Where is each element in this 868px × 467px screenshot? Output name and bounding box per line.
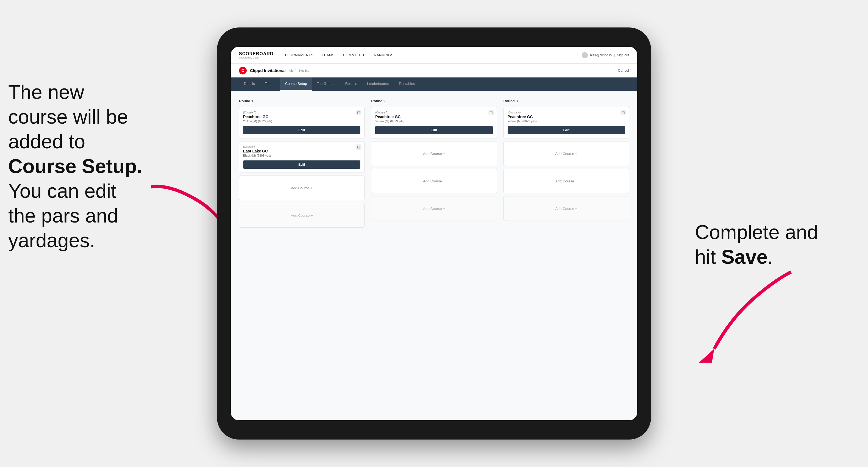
round1-course-a-name: Peachtree GC bbox=[243, 115, 361, 119]
round3-course-a-info: Yellow (M) (6629 yds) bbox=[507, 120, 625, 123]
logo-sub-text: Powered by clippd bbox=[239, 56, 274, 59]
round2-add-course-2[interactable]: Add Course + bbox=[371, 169, 497, 193]
round2-course-a-edit[interactable]: Edit bbox=[375, 126, 493, 134]
round1-add-course-2: Add Course + bbox=[239, 203, 365, 228]
tab-leaderboards[interactable]: Leaderboards bbox=[362, 77, 394, 91]
separator: | bbox=[614, 53, 615, 57]
round3-course-a-label: (Course A) bbox=[507, 111, 625, 114]
tournament-name: Clippd Invitational bbox=[250, 68, 286, 73]
round2-course-a-info: Yellow (M) (6629 yds) bbox=[375, 120, 493, 123]
round1-course-a: ⊟ (Course A) Peachtree GC Yellow (M) (66… bbox=[239, 107, 365, 138]
scoreboard-logo: SCOREBOARD Powered by clippd bbox=[239, 51, 274, 59]
round1-course-b-delete[interactable]: ⊟ bbox=[356, 144, 362, 150]
round2-add-course-2-text: Add Course + bbox=[423, 179, 445, 183]
round-3-column: Round 3 ⊟ (Course A) Peachtree GC Yellow… bbox=[503, 99, 629, 230]
round3-add-course-2[interactable]: Add Course + bbox=[503, 169, 629, 193]
tablet-screen: SCOREBOARD Powered by clippd TOURNAMENTS… bbox=[231, 47, 637, 420]
user-avatar bbox=[582, 52, 588, 58]
round-1-header: Round 1 bbox=[239, 99, 365, 103]
round1-course-b-edit[interactable]: Edit bbox=[243, 160, 361, 169]
logo-main-text: SCOREBOARD bbox=[239, 51, 274, 56]
round2-course-a-name: Peachtree GC bbox=[375, 115, 493, 119]
nav-tournaments[interactable]: TOURNAMENTS bbox=[285, 53, 314, 57]
tab-details[interactable]: Details bbox=[239, 77, 260, 91]
cancel-button[interactable]: Cancel bbox=[618, 68, 629, 72]
round1-course-b-name: East Lake GC bbox=[243, 149, 361, 153]
round1-add-course-2-text: Add Course + bbox=[291, 213, 313, 218]
round3-add-course-1-text: Add Course + bbox=[555, 152, 577, 156]
tabs-bar: Details Teams Course Setup Tee Groups Re… bbox=[231, 77, 637, 91]
round2-add-course-1-text: Add Course + bbox=[423, 152, 445, 156]
right-annotation: Complete and hit Save. bbox=[695, 220, 854, 269]
round3-add-course-2-text: Add Course + bbox=[555, 179, 577, 183]
right-arrow bbox=[698, 264, 802, 363]
round1-course-a-edit[interactable]: Edit bbox=[243, 126, 361, 134]
tournament-status: Hosting bbox=[299, 69, 309, 72]
top-nav-right: blair@clippd.io | Sign out bbox=[582, 52, 629, 58]
nav-rankings[interactable]: RANKINGS bbox=[374, 53, 394, 57]
user-email: blair@clippd.io bbox=[590, 53, 612, 57]
tournament-gender: (Men) bbox=[288, 69, 297, 72]
round2-add-course-3-text: Add Course + bbox=[423, 207, 445, 211]
round3-course-a-name: Peachtree GC bbox=[507, 115, 625, 119]
tab-course-setup[interactable]: Course Setup bbox=[280, 77, 312, 91]
round1-course-a-label: (Course A) bbox=[243, 111, 361, 114]
round-2-column: Round 2 ⊟ (Course A) Peachtree GC Yellow… bbox=[371, 99, 497, 230]
round1-course-b-label: (Course B) bbox=[243, 145, 361, 148]
round3-add-course-3: Add Course + bbox=[503, 196, 629, 221]
round-1-column: Round 1 ⊟ (Course A) Peachtree GC Yellow… bbox=[239, 99, 365, 230]
nav-committee[interactable]: COMMITTEE bbox=[343, 53, 366, 57]
round2-course-a: ⊟ (Course A) Peachtree GC Yellow (M) (66… bbox=[371, 107, 497, 138]
tab-tee-groups[interactable]: Tee Groups bbox=[312, 77, 340, 91]
tab-results[interactable]: Results bbox=[340, 77, 362, 91]
round2-add-course-1[interactable]: Add Course + bbox=[371, 141, 497, 166]
round2-course-a-label: (Course A) bbox=[375, 111, 493, 114]
top-navigation: SCOREBOARD Powered by clippd TOURNAMENTS… bbox=[231, 47, 637, 64]
tab-teams[interactable]: Teams bbox=[260, 77, 280, 91]
round1-course-b-info: Black (M) (6891 yds) bbox=[243, 154, 361, 157]
main-content: Round 1 ⊟ (Course A) Peachtree GC Yellow… bbox=[231, 91, 637, 420]
round-3-header: Round 3 bbox=[503, 99, 629, 103]
round3-add-course-1[interactable]: Add Course + bbox=[503, 141, 629, 166]
round1-course-a-delete[interactable]: ⊟ bbox=[356, 110, 362, 115]
sign-out-link[interactable]: Sign out bbox=[617, 53, 629, 57]
round1-course-a-info: Yellow (M) (6629 yds) bbox=[243, 120, 361, 123]
round-2-header: Round 2 bbox=[371, 99, 497, 103]
round3-course-a: ⊟ (Course A) Peachtree GC Yellow (M) (66… bbox=[503, 107, 629, 138]
rounds-grid: Round 1 ⊟ (Course A) Peachtree GC Yellow… bbox=[239, 99, 629, 230]
tab-printables[interactable]: Printables bbox=[394, 77, 420, 91]
round1-add-course-1[interactable]: Add Course + bbox=[239, 176, 365, 200]
nav-teams[interactable]: TEAMS bbox=[322, 53, 335, 57]
round2-add-course-3: Add Course + bbox=[371, 196, 497, 221]
round1-add-course-1-text: Add Course + bbox=[291, 186, 313, 190]
round3-add-course-3-text: Add Course + bbox=[555, 207, 577, 211]
tablet-device: SCOREBOARD Powered by clippd TOURNAMENTS… bbox=[217, 28, 651, 439]
round3-course-a-edit[interactable]: Edit bbox=[507, 126, 625, 134]
round1-course-b: ⊟ (Course B) East Lake GC Black (M) (689… bbox=[239, 141, 365, 173]
tournament-bar: C Clippd Invitational (Men) Hosting Canc… bbox=[231, 64, 637, 77]
tournament-logo: C bbox=[239, 67, 247, 74]
nav-links: TOURNAMENTS TEAMS COMMITTEE RANKINGS bbox=[285, 53, 582, 57]
round2-course-a-delete[interactable]: ⊟ bbox=[488, 110, 494, 115]
round3-course-a-delete[interactable]: ⊟ bbox=[621, 110, 626, 115]
